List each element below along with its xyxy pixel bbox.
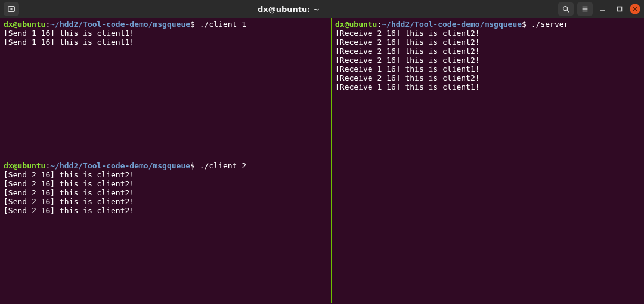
pane-output: [Receive 2 16] this is client2![Receive …: [335, 29, 640, 91]
output-line: [Send 1 16] this is client1!: [4, 38, 327, 47]
search-button[interactable]: [558, 2, 574, 16]
output-line: [Send 2 16] this is client2!: [4, 188, 327, 197]
new-tab-button[interactable]: [4, 2, 19, 16]
prompt-user-host: dx@ubuntu: [4, 20, 45, 29]
minimize-button[interactable]: [596, 2, 609, 16]
prompt-dollar: $: [522, 20, 527, 29]
maximize-icon: [616, 5, 623, 13]
prompt-dollar: $: [190, 161, 195, 170]
pane-output: [Send 2 16] this is client2![Send 2 16] …: [4, 170, 327, 215]
output-line: [Send 1 16] this is client1!: [4, 29, 327, 38]
hamburger-icon: [581, 5, 589, 13]
output-line: [Receive 2 16] this is client2!: [335, 38, 640, 47]
minimize-icon: [599, 5, 606, 13]
new-tab-icon: [7, 5, 16, 13]
close-button[interactable]: [630, 4, 640, 14]
svg-point-3: [564, 7, 568, 11]
svg-rect-9: [618, 7, 622, 11]
output-line: [Send 2 16] this is client2!: [4, 170, 327, 179]
output-line: [Send 2 16] this is client2!: [4, 197, 327, 206]
output-line: [Receive 2 16] this is client2!: [335, 56, 640, 65]
search-icon: [562, 5, 570, 13]
prompt-path: ~/hdd2/Tool-code-demo/msgqueue: [50, 20, 190, 29]
window-controls: [558, 2, 640, 16]
command-text: ./client 1: [200, 20, 246, 29]
prompt-path: ~/hdd2/Tool-code-demo/msgqueue: [382, 20, 522, 29]
output-line: [Receive 2 16] this is client2!: [335, 29, 640, 38]
output-line: [Send 2 16] this is client2!: [4, 206, 327, 215]
prompt-dollar: $: [190, 20, 195, 29]
maximize-button[interactable]: [613, 2, 626, 16]
pane-top-left[interactable]: dx@ubuntu:~/hdd2/Tool-code-demo/msgqueue…: [0, 18, 331, 159]
output-line: [Receive 2 16] this is client2!: [335, 47, 640, 56]
prompt-user-host: dx@ubuntu: [4, 161, 45, 170]
hamburger-menu-button[interactable]: [577, 2, 593, 16]
output-line: [Receive 1 16] this is client1!: [335, 82, 640, 91]
command-text: ./server: [531, 20, 569, 29]
window-titlebar: dx@ubuntu: ~: [0, 0, 644, 18]
pane-output: [Send 1 16] this is client1![Send 1 16] …: [4, 29, 327, 47]
command-text: ./client 2: [200, 161, 246, 170]
output-line: [Send 2 16] this is client2!: [4, 179, 327, 188]
prompt-user-host: dx@ubuntu: [335, 20, 377, 29]
pane-bottom-left[interactable]: dx@ubuntu:~/hdd2/Tool-code-demo/msgqueue…: [0, 159, 331, 303]
output-line: [Receive 1 16] this is client1!: [335, 65, 640, 73]
terminal-split-container: dx@ubuntu:~/hdd2/Tool-code-demo/msgqueue…: [0, 18, 644, 304]
prompt-path: ~/hdd2/Tool-code-demo/msgqueue: [50, 161, 190, 170]
pane-right[interactable]: dx@ubuntu:~/hdd2/Tool-code-demo/msgqueue…: [332, 18, 644, 303]
output-line: [Receive 2 16] this is client2!: [335, 73, 640, 82]
window-title: dx@ubuntu: ~: [23, 5, 555, 14]
close-icon: [631, 5, 639, 13]
svg-line-4: [567, 10, 569, 13]
